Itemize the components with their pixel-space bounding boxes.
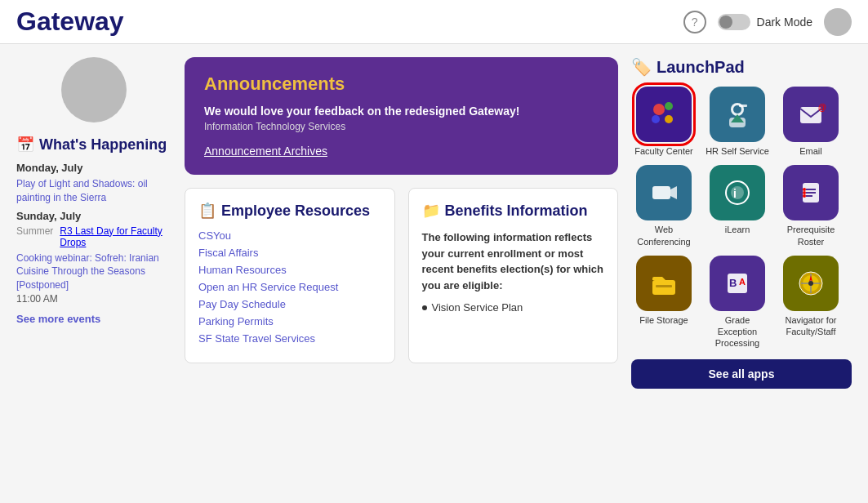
bottom-row: 📋 Employee Resources CSYou Fiscal Affair… <box>185 188 618 363</box>
er-link-hr[interactable]: Human Resources <box>198 264 381 276</box>
launchpad-grid: Faculty Center HR Self Service <box>631 87 852 349</box>
middle-column: Announcements We would love your feedbac… <box>171 57 631 389</box>
see-all-apps-button[interactable]: See all apps <box>631 359 852 389</box>
user-avatar-header[interactable] <box>824 8 852 36</box>
dark-mode-toggle-container: Dark Mode <box>718 14 812 30</box>
event-item-summer: Summer R3 Last Day for Faculty Drops <box>16 225 171 248</box>
svg-text:@: @ <box>818 103 826 112</box>
announcements-body: We would love your feedback on the redes… <box>204 105 599 118</box>
svg-rect-23 <box>656 285 672 287</box>
benefits-title: 📁 Benefits Information <box>422 202 605 220</box>
help-icon[interactable]: ? <box>683 11 706 33</box>
toggle-knob <box>719 16 732 29</box>
navigator-label: Navigator for Faculty/Staff <box>778 314 844 338</box>
svg-text:A: A <box>739 277 746 287</box>
dark-mode-toggle[interactable] <box>718 14 750 30</box>
announcements-card: Announcements We would love your feedbac… <box>185 57 618 175</box>
launchpad-section: 🏷️ LaunchPad Faculty Center <box>631 57 852 389</box>
benefits-body: The following information reflects your … <box>422 229 605 293</box>
benefits-item-vision: Vision Service Plan <box>422 301 605 314</box>
er-link-parking[interactable]: Parking Permits <box>198 315 381 327</box>
svg-rect-10 <box>652 186 670 199</box>
prerequisite-roster-icon <box>795 176 827 209</box>
faculty-center-icon <box>648 98 680 131</box>
employee-resources-card: 📋 Employee Resources CSYou Fiscal Affair… <box>185 188 395 363</box>
lp-app-hr-self-service[interactable]: HR Self Service <box>705 87 770 157</box>
prerequisite-roster-label: Prerequisite Roster <box>778 224 844 247</box>
lp-app-faculty-center[interactable]: Faculty Center <box>631 87 697 157</box>
er-link-fiscal[interactable]: Fiscal Affairs <box>198 247 381 259</box>
main-content: 📅 What's Happening Monday, July Play of … <box>0 44 868 402</box>
event-item-painting: Play of Light and Shadows: oil painting … <box>16 177 171 205</box>
header-controls: ? Dark Mode <box>683 8 852 36</box>
benefits-icon: 📁 <box>422 202 440 220</box>
email-icon: @ <box>795 99 826 130</box>
hr-self-service-icon-box <box>710 87 765 142</box>
lp-app-prerequisite-roster[interactable]: Prerequisite Roster <box>778 165 844 247</box>
lp-app-email[interactable]: @ Email <box>778 87 844 157</box>
header: Gateway ? Dark Mode <box>0 0 868 44</box>
faculty-center-label: Faculty Center <box>634 145 693 157</box>
see-more-events-link[interactable]: See more events <box>16 313 100 325</box>
svg-point-1 <box>665 102 673 110</box>
svg-point-3 <box>665 115 673 123</box>
file-storage-icon-box <box>636 256 692 311</box>
whats-happening-title: 📅 What's Happening <box>16 136 171 154</box>
launchpad-title: 🏷️ LaunchPad <box>631 57 852 77</box>
email-icon-box: @ <box>783 87 839 142</box>
faculty-center-icon-box <box>636 87 692 142</box>
grade-exception-icon: B A <box>721 267 754 300</box>
event-day-monday: Monday, July <box>16 162 171 174</box>
svg-point-20 <box>803 191 806 194</box>
svg-marker-11 <box>670 186 677 199</box>
svg-point-0 <box>653 104 665 115</box>
ilearn-icon: i <box>721 176 754 209</box>
lp-app-file-storage[interactable]: File Storage <box>631 256 697 349</box>
employee-resources-icon: 📋 <box>198 202 216 220</box>
svg-point-19 <box>803 188 806 191</box>
left-column: 📅 What's Happening Monday, July Play of … <box>16 57 171 389</box>
dark-mode-label: Dark Mode <box>757 16 812 29</box>
user-avatar <box>61 57 127 122</box>
hr-self-service-icon <box>721 98 754 131</box>
calendar-icon: 📅 <box>16 136 34 154</box>
benefits-card: 📁 Benefits Information The following inf… <box>408 188 619 363</box>
er-link-open-hr[interactable]: Open an HR Service Request <box>198 281 381 293</box>
navigator-icon <box>795 267 827 300</box>
navigator-icon-box <box>783 256 839 311</box>
svg-rect-7 <box>739 105 747 107</box>
svg-point-2 <box>652 115 660 123</box>
lp-app-ilearn[interactable]: i iLearn <box>705 165 770 247</box>
web-conferencing-icon <box>648 176 680 209</box>
whats-happening-section: 📅 What's Happening Monday, July Play of … <box>16 136 171 326</box>
er-link-payday[interactable]: Pay Day Schedule <box>198 298 381 310</box>
web-conferencing-label: Web Conferencing <box>631 224 697 247</box>
lp-app-grade-exception[interactable]: B A Grade Exception Processing <box>705 256 770 349</box>
lp-app-navigator[interactable]: Navigator for Faculty/Staff <box>778 256 844 349</box>
grade-exception-icon-box: B A <box>710 256 765 311</box>
employee-resources-title: 📋 Employee Resources <box>198 202 381 220</box>
launchpad-flag-icon: 🏷️ <box>631 57 652 77</box>
hr-self-service-label: HR Self Service <box>706 145 769 157</box>
svg-point-32 <box>808 281 813 286</box>
svg-point-21 <box>803 194 806 198</box>
app-title: Gateway <box>16 7 124 37</box>
announcements-title: Announcements <box>204 73 599 95</box>
web-conferencing-icon-box <box>636 165 692 220</box>
er-link-travel[interactable]: SF State Travel Services <box>198 332 381 345</box>
announcement-archives-link[interactable]: Announcement Archives <box>204 145 327 158</box>
ilearn-icon-box: i <box>710 165 765 220</box>
grade-exception-label: Grade Exception Processing <box>705 314 770 349</box>
bullet-dot <box>422 305 427 310</box>
lp-app-web-conferencing[interactable]: Web Conferencing <box>631 165 697 247</box>
er-link-csyou[interactable]: CSYou <box>198 229 381 242</box>
event-day-sunday: Sunday, July <box>16 210 171 222</box>
file-storage-icon <box>648 267 680 300</box>
file-storage-label: File Storage <box>639 314 688 326</box>
event-item-cooking: Cooking webinar: Sofreh: Iranian Cuisine… <box>16 252 171 306</box>
announcements-sub: Information Technology Services <box>204 121 599 132</box>
svg-text:i: i <box>733 187 737 200</box>
email-label: Email <box>799 145 822 157</box>
ilearn-label: iLearn <box>725 224 750 235</box>
prerequisite-roster-icon-box <box>783 165 839 220</box>
